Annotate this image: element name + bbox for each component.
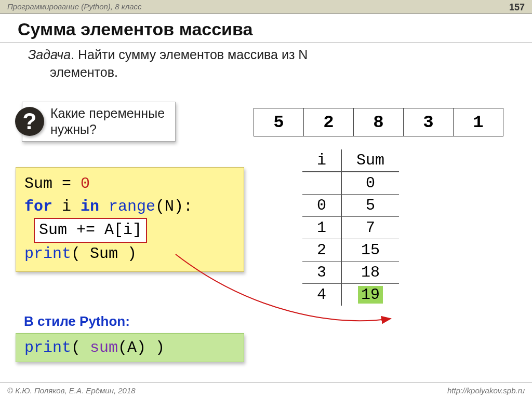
trace-cell: 1 [302,217,341,239]
trace-cell: 15 [341,239,399,262]
array-cell: 2 [304,108,354,136]
array-cell: 5 [254,108,304,136]
code-line: print( Sum ) [24,243,235,266]
course-name: Программирование (Python), 8 класс [7,2,142,11]
question-line-2: нужны? [50,122,97,136]
trace-cell: 2 [302,239,341,262]
array-cell: 1 [454,108,503,136]
code-block-pythonic: print( sum(A) ) [16,333,244,362]
highlighted-code: Sum += A[i] [34,218,147,243]
task-body: . Найти сумму элементов массива из N [71,47,308,62]
final-sum-highlight: 19 [358,286,383,304]
trace-cell: 0 [341,172,399,195]
header-bar: Программирование (Python), 8 класс 157 [0,0,532,13]
question-mark-icon: ? [15,107,44,136]
task-text: Задача. Найти сумму элементов массива из… [0,43,532,81]
slide-title: Сумма элементов массива [0,14,532,43]
array-table: 5 2 8 3 1 [254,108,503,136]
trace-cell: 0 [302,195,341,217]
trace-cell: 7 [341,217,399,239]
question-text: Какие переменные нужны? [50,105,165,138]
trace-cell: 18 [341,262,399,284]
question-line-1: Какие переменные [50,106,165,120]
task-body-2: элементов. [28,64,504,81]
page-number: 157 [509,2,525,11]
trace-cell: 4 [302,284,341,306]
trace-header-i: i [302,149,341,172]
task-label: Задача [28,47,71,62]
code-line: for i in range(N): [24,196,235,218]
trace-cell: 5 [341,195,399,217]
copyright: © К.Ю. Поляков, Е.А. Ерёмин, 2018 [7,386,136,395]
array-cell: 3 [404,108,454,136]
trace-cell: 19 [341,284,399,306]
code-block-main: Sum = 0 for i in range(N): Sum += A[i] p… [16,167,244,272]
trace-header-sum: Sum [341,149,399,172]
array-cell: 8 [354,108,404,136]
trace-table: i Sum 0 05 17 215 318 419 [302,149,399,306]
trace-cell: 3 [302,262,341,284]
code-line: Sum = 0 [24,173,235,196]
source-url: http://kpolyakov.spb.ru [447,386,525,395]
footer-bar: © К.Ю. Поляков, Е.А. Ерёмин, 2018 http:/… [0,382,532,398]
trace-cell [302,172,341,195]
python-style-label: В стиле Python: [24,313,130,330]
question-box: ? Какие переменные нужны? [22,102,176,142]
code-line: Sum += A[i] [24,218,235,243]
